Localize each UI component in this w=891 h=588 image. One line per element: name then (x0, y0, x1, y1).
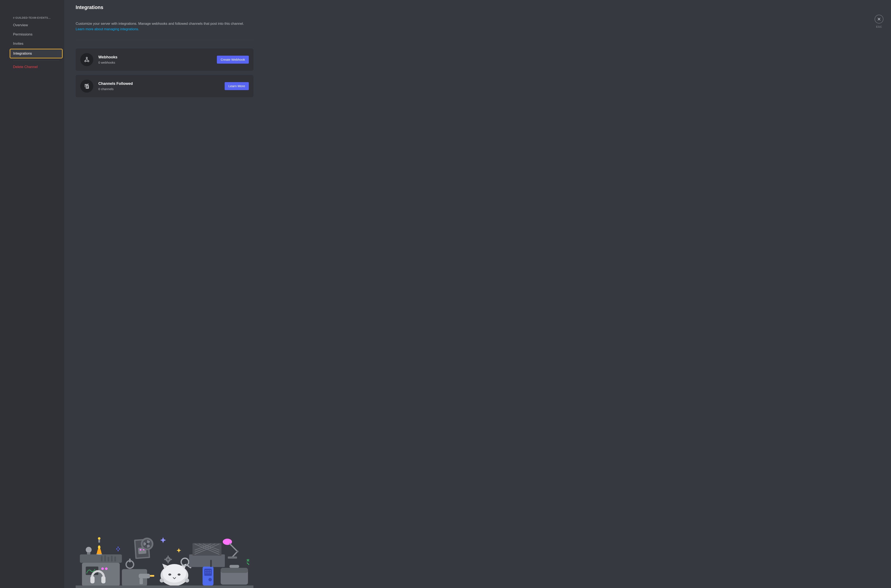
channels-followed-subtitle: 0 channels (98, 87, 225, 91)
page-description: Customize your server with integrations.… (76, 21, 254, 32)
sidebar-item-overview[interactable]: Overview (10, 21, 62, 29)
svg-point-43 (161, 565, 188, 586)
svg-point-1 (88, 60, 89, 62)
svg-rect-57 (189, 554, 225, 567)
svg-rect-37 (122, 569, 147, 586)
channels-followed-card-text: Channels Followed 0 channels (98, 81, 225, 91)
page-title: Integrations (76, 4, 880, 10)
svg-point-59 (223, 538, 232, 545)
svg-point-8 (119, 548, 120, 550)
svg-point-7 (116, 548, 117, 550)
svg-point-24 (98, 537, 101, 540)
svg-rect-39 (129, 559, 131, 562)
svg-rect-56 (186, 564, 192, 568)
svg-rect-53 (170, 559, 172, 560)
svg-point-21 (96, 553, 102, 555)
svg-rect-66 (204, 568, 212, 576)
svg-point-44 (163, 564, 186, 582)
svg-point-48 (185, 578, 189, 582)
svg-rect-64 (230, 565, 239, 568)
channels-followed-title: Channels Followed (98, 81, 225, 86)
svg-point-68 (207, 570, 209, 571)
svg-rect-29 (134, 538, 150, 559)
svg-point-2 (86, 57, 87, 58)
sidebar-item-permissions[interactable]: Permissions (10, 30, 62, 39)
svg-rect-41 (140, 578, 143, 584)
svg-rect-74 (210, 560, 212, 567)
svg-point-45 (168, 573, 171, 576)
svg-rect-19 (111, 556, 113, 561)
webhooks-subtitle: 0 webhooks (98, 61, 217, 64)
svg-rect-30 (135, 540, 149, 558)
webhooks-card-text: Webhooks 0 webhooks (98, 55, 217, 64)
svg-point-22 (98, 545, 101, 549)
svg-rect-23 (98, 540, 100, 543)
svg-rect-42 (150, 575, 154, 577)
webhook-icon (80, 53, 93, 66)
svg-point-73 (209, 578, 212, 581)
esc-label: ESC (876, 25, 882, 28)
svg-point-32 (140, 549, 141, 551)
svg-rect-40 (139, 574, 150, 578)
svg-rect-31 (138, 547, 146, 554)
svg-rect-12 (82, 563, 120, 586)
svg-rect-52 (167, 561, 169, 563)
svg-point-35 (143, 539, 152, 549)
sidebar-item-invites[interactable]: Invites (10, 39, 62, 48)
svg-rect-5 (86, 87, 88, 87)
sidebar-inner: # GUILDED-TEAM-EVENTS… Overview Permissi… (10, 15, 62, 72)
channels-followed-card: Channels Followed 0 channels Learn More (76, 75, 254, 97)
webhooks-card: Webhooks 0 webhooks Create Webhook (76, 48, 254, 71)
close-button[interactable]: ESC (874, 15, 883, 28)
svg-point-70 (206, 573, 206, 573)
sidebar-item-delete-channel[interactable]: Delete Channel (10, 63, 62, 71)
svg-rect-11 (80, 554, 122, 563)
svg-point-14 (101, 567, 104, 570)
svg-rect-62 (221, 568, 248, 585)
close-icon (874, 15, 883, 24)
svg-point-10 (117, 550, 119, 551)
channels-followed-icon (80, 80, 93, 93)
svg-point-60 (236, 550, 239, 552)
svg-rect-58 (192, 543, 221, 556)
svg-rect-13 (86, 567, 98, 575)
svg-point-36 (146, 543, 148, 545)
svg-rect-75 (76, 585, 254, 588)
svg-point-38 (126, 561, 134, 568)
svg-point-46 (177, 573, 180, 576)
svg-point-50 (167, 558, 169, 561)
svg-rect-16 (101, 556, 102, 561)
svg-rect-27 (90, 576, 95, 584)
svg-rect-26 (87, 552, 90, 554)
tutorial-highlight: Integrations (10, 49, 63, 58)
page-description-text: Customize your server with integrations.… (76, 22, 244, 26)
svg-rect-6 (86, 87, 88, 88)
svg-rect-28 (101, 576, 105, 584)
svg-point-15 (105, 567, 108, 570)
svg-point-0 (85, 60, 86, 62)
svg-point-71 (207, 573, 209, 573)
svg-point-69 (210, 570, 210, 571)
svg-rect-17 (104, 555, 106, 561)
svg-point-72 (210, 573, 210, 573)
svg-rect-63 (221, 568, 248, 573)
svg-point-33 (143, 549, 145, 550)
webhooks-title: Webhooks (98, 55, 217, 59)
svg-point-25 (86, 547, 92, 553)
create-webhook-button[interactable]: Create Webhook (217, 56, 249, 64)
content-divider (76, 40, 254, 40)
svg-point-49 (165, 557, 171, 562)
svg-rect-54 (164, 559, 166, 560)
svg-rect-61 (228, 556, 237, 559)
svg-point-47 (160, 578, 164, 582)
app-root: # GUILDED-TEAM-EVENTS… Overview Permissi… (0, 0, 891, 588)
sidebar-divider (13, 60, 59, 61)
svg-rect-51 (167, 556, 169, 557)
svg-point-67 (206, 570, 206, 571)
learn-more-link[interactable]: Learn more about managing integrations. (76, 27, 139, 31)
integrations-illustration (76, 533, 254, 588)
channels-followed-learn-more-button[interactable]: Learn More (225, 82, 249, 90)
svg-rect-18 (108, 557, 109, 561)
sidebar-item-integrations[interactable]: Integrations (10, 50, 62, 58)
svg-rect-4 (86, 86, 88, 86)
